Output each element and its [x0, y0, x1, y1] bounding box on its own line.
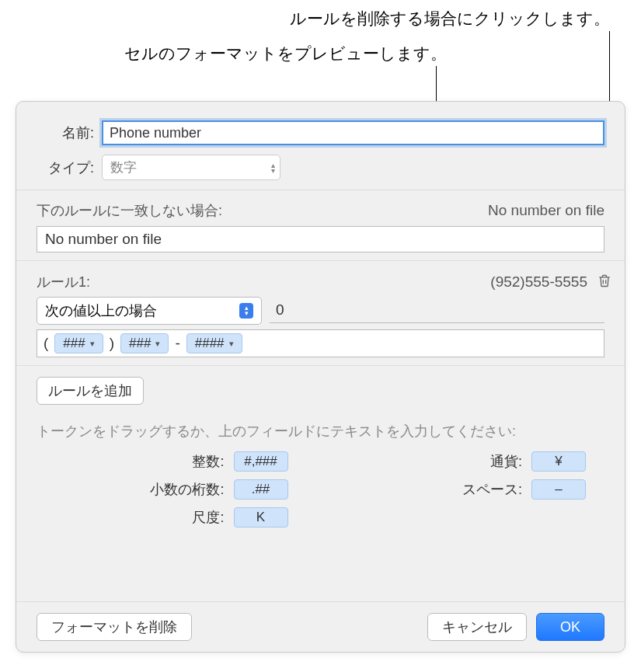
ok-button[interactable]: OK [536, 613, 604, 641]
scale-label: 尺度: [192, 508, 224, 527]
divider [16, 260, 625, 261]
name-label: 名前: [37, 124, 94, 142]
tokens-help-text: トークンをドラッグするか、上のフィールドにテキストを入力してください: [16, 422, 625, 440]
integer-label: 整数: [192, 452, 224, 471]
decimal-token[interactable]: .## [234, 479, 288, 500]
condition-value: 次の値以上の場合 [45, 301, 157, 320]
token-hash3[interactable]: ### [54, 333, 103, 353]
name-input[interactable] [102, 120, 604, 145]
no-match-preview: No number on file [488, 202, 604, 219]
format-dialog: 名前: タイプ: 数字 下のルールに一致しない場合: No number on … [16, 101, 625, 653]
updown-icon [239, 303, 253, 319]
paren-open: ( [44, 335, 48, 352]
currency-token[interactable]: ¥ [531, 451, 586, 472]
paren-close: ) [110, 335, 114, 352]
no-match-label: 下のルールに一致しない場合: [37, 201, 222, 220]
token-hash3[interactable]: ### [120, 333, 169, 353]
space-token[interactable]: – [531, 479, 586, 500]
format-pattern-input[interactable]: ( ### ) ### - #### [37, 329, 604, 357]
callout-preview-format: セルのフォーマットをプレビューします。 [124, 43, 447, 64]
updown-icon [271, 162, 275, 172]
type-select[interactable]: 数字 [102, 155, 280, 180]
rule1-label: ルール1: [37, 273, 90, 291]
condition-select[interactable]: 次の値以上の場合 [37, 297, 262, 325]
divider [16, 190, 625, 190]
decimal-label: 小数の桁数: [150, 480, 224, 499]
divider [16, 365, 625, 366]
rule1-preview: (952)555-5555 [490, 273, 587, 291]
trash-icon[interactable] [597, 272, 612, 292]
rule-value-input[interactable] [270, 297, 604, 323]
no-match-input[interactable] [37, 226, 604, 252]
type-value: 数字 [110, 160, 137, 175]
type-label: タイプ: [37, 158, 94, 177]
delete-format-button[interactable]: フォーマットを削除 [37, 613, 192, 641]
add-rule-button[interactable]: ルールを追加 [37, 377, 144, 405]
dash: - [175, 335, 179, 352]
callout-delete-rule: ルールを削除する場合にクリックします。 [290, 8, 610, 30]
currency-label: 通貨: [490, 452, 522, 471]
integer-token[interactable]: #,### [234, 451, 288, 472]
space-label: スペース: [462, 480, 522, 499]
cancel-button[interactable]: キャンセル [427, 613, 527, 641]
token-hash4[interactable]: #### [186, 333, 242, 353]
scale-token[interactable]: K [234, 507, 288, 528]
